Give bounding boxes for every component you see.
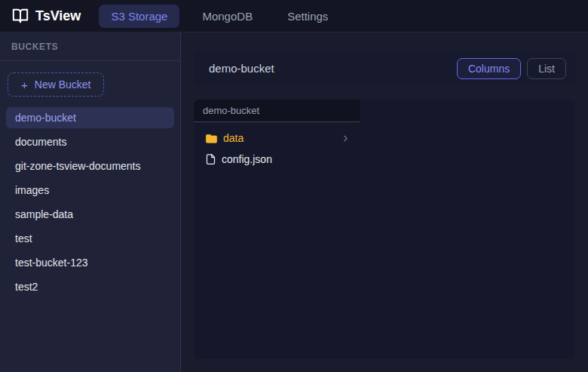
folder-icon (205, 132, 218, 145)
column-header: demo-bucket (194, 100, 360, 122)
bucket-item-test-bucket-123[interactable]: test-bucket-123 (6, 252, 174, 273)
view-toggle: ColumnsList (457, 58, 566, 79)
entry-name: data (223, 132, 243, 144)
buckets-section-title: BUCKETS (0, 32, 180, 61)
new-bucket-button[interactable]: + New Bucket (8, 72, 104, 97)
bucket-item-test2[interactable]: test2 (6, 276, 174, 297)
bucket-item-test[interactable]: test (6, 228, 174, 249)
nav-tab-settings[interactable]: Settings (275, 5, 340, 28)
bucket-toolbar: demo-bucket ColumnsList (194, 50, 575, 87)
bucket-item-git-zone-tsview-documents[interactable]: git-zone-tsview-documents (6, 155, 174, 177)
plus-icon: + (21, 79, 28, 91)
bucket-item-images[interactable]: images (6, 180, 174, 201)
nav-tab-s3-storage[interactable]: S3 Storage (99, 5, 179, 28)
entry-list: data config.json (194, 122, 360, 175)
new-bucket-label: New Bucket (35, 78, 91, 91)
bucket-item-documents[interactable]: documents (6, 131, 174, 152)
main-layout: BUCKETS + New Bucket demo-bucketdocument… (0, 32, 588, 372)
view-mode-columns[interactable]: Columns (457, 58, 521, 79)
app-logo: TsView (12, 8, 81, 24)
file-icon (205, 153, 216, 165)
entry-name: config.json (222, 153, 272, 165)
nav-tab-mongodb[interactable]: MongoDB (190, 5, 265, 28)
bucket-list: demo-bucketdocumentsgit-zone-tsview-docu… (0, 106, 180, 302)
book-open-icon (12, 8, 29, 24)
buckets-sidebar: BUCKETS + New Bucket demo-bucketdocument… (0, 32, 181, 372)
topbar: TsView S3 StorageMongoDBSettings (0, 0, 588, 32)
top-nav: S3 StorageMongoDBSettings (99, 5, 340, 28)
view-mode-list[interactable]: List (527, 58, 566, 79)
main-content: demo-bucket ColumnsList demo-bucket data (181, 32, 588, 372)
bucket-title: demo-bucket (209, 62, 274, 75)
bucket-item-demo-bucket[interactable]: demo-bucket (6, 107, 174, 128)
bucket-item-sample-data[interactable]: sample-data (6, 204, 174, 225)
file-entry-config.json[interactable]: config.json (197, 149, 357, 170)
file-browser: demo-bucket data (194, 100, 575, 358)
new-bucket-wrap: + New Bucket (0, 61, 180, 106)
chevron-right-icon (341, 134, 351, 143)
app-title: TsView (35, 8, 81, 24)
browser-column: demo-bucket data (194, 100, 360, 358)
folder-entry-data[interactable]: data (197, 128, 357, 149)
